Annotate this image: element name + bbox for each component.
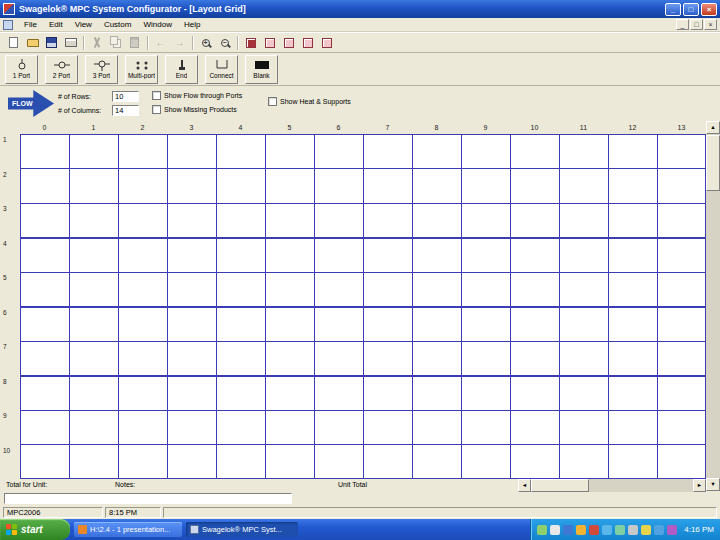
child-restore-button[interactable]: □	[690, 19, 703, 30]
tray-icon-9[interactable]	[641, 525, 651, 535]
scroll-right-icon[interactable]: ►	[693, 479, 706, 492]
component-tool-icon-1[interactable]	[241, 34, 260, 51]
notes-input[interactable]	[4, 493, 292, 504]
vertical-scroll-track[interactable]	[706, 191, 720, 478]
component-tool-icon-4[interactable]	[298, 34, 317, 51]
tray-icon-2[interactable]	[550, 525, 560, 535]
presentation-file-icon	[78, 525, 87, 534]
flow-direction-arrow: FLOW	[8, 90, 54, 117]
tray-icon-11[interactable]	[667, 525, 677, 535]
rows-label: # of Rows:	[58, 93, 91, 100]
undo-icon[interactable]: ←	[151, 34, 170, 51]
paste-icon[interactable]	[125, 34, 144, 51]
tray-icon-1[interactable]	[537, 525, 547, 535]
minimize-button[interactable]: _	[665, 3, 681, 16]
print-icon[interactable]	[61, 34, 80, 51]
tray-icon-7[interactable]	[615, 525, 625, 535]
horizontal-scroll-thumb[interactable]	[531, 479, 589, 492]
grid-row-header: 8	[0, 376, 20, 411]
grid-column-header: 0	[20, 121, 69, 134]
taskbar-task-presentation[interactable]: H:\2.4 - 1 presentation...	[74, 522, 182, 537]
grid-row-header: 6	[0, 307, 20, 342]
redo-icon[interactable]: →	[170, 34, 189, 51]
columns-input[interactable]: 14	[112, 105, 139, 116]
grid-body: 12345678910	[0, 134, 706, 479]
palette-end-button[interactable]: End	[165, 55, 198, 84]
multi-port-icon	[132, 59, 152, 71]
menu-bar: File Edit View Custom Window Help _ □ ×	[0, 18, 720, 32]
component-tool-icon-2[interactable]	[260, 34, 279, 51]
palette-blank-button[interactable]: Blank	[245, 55, 278, 84]
new-icon[interactable]	[4, 34, 23, 51]
cut-icon[interactable]	[87, 34, 106, 51]
child-minimize-button[interactable]: _	[676, 19, 689, 30]
menu-view[interactable]: View	[69, 19, 98, 30]
maximize-button[interactable]: □	[683, 3, 699, 16]
save-icon[interactable]	[42, 34, 61, 51]
grid-column-header: 4	[216, 121, 265, 134]
tray-icon-6[interactable]	[602, 525, 612, 535]
grid-column-header: 10	[510, 121, 559, 134]
horizontal-scroll-track[interactable]	[589, 479, 693, 492]
menu-custom[interactable]: Custom	[98, 19, 138, 30]
menu-edit[interactable]: Edit	[43, 19, 69, 30]
tray-icon-10[interactable]	[654, 525, 664, 535]
component-tool-icon-3[interactable]	[279, 34, 298, 51]
grid-row-header: 10	[0, 445, 20, 480]
grid-row-header: 1	[0, 134, 20, 169]
scroll-down-icon[interactable]: ▼	[706, 478, 720, 491]
rows-input[interactable]: 10	[112, 91, 139, 102]
show-missing-products-checkbox[interactable]	[152, 105, 161, 114]
grid-column-header: 3	[167, 121, 216, 134]
grid-header: 012345678910111213	[0, 121, 706, 134]
grid-column-header: 9	[461, 121, 510, 134]
scroll-left-icon[interactable]: ◄	[518, 479, 531, 492]
layout-grid-canvas[interactable]	[20, 134, 706, 479]
open-icon[interactable]	[23, 34, 42, 51]
grid-row-header: 4	[0, 238, 20, 273]
tray-icon-4[interactable]	[576, 525, 586, 535]
menu-help[interactable]: Help	[178, 19, 206, 30]
copy-icon[interactable]	[106, 34, 125, 51]
menu-window[interactable]: Window	[137, 19, 177, 30]
vertical-scroll-thumb[interactable]	[706, 135, 720, 191]
palette-2-port-button[interactable]: 2 Port	[45, 55, 78, 84]
close-button[interactable]: ×	[701, 3, 717, 16]
toolbar-separator	[192, 36, 193, 50]
grid-column-header: 8	[412, 121, 461, 134]
horizontal-scrollbar[interactable]: ◄ ►	[518, 479, 706, 492]
tray-icon-3[interactable]	[563, 525, 573, 535]
palette-connect-button[interactable]: Connect	[205, 55, 238, 84]
tray-icon-8[interactable]	[628, 525, 638, 535]
palette-1-port-button[interactable]: 1 Port	[5, 55, 38, 84]
show-flow-through-ports-checkbox[interactable]	[152, 91, 161, 100]
blank-icon	[252, 59, 272, 71]
palette-3-port-button[interactable]: 3 Port	[85, 55, 118, 84]
vertical-scrollbar[interactable]: ▲ ▼	[706, 121, 720, 491]
taskbar-clock: 4:16 PM	[684, 525, 714, 534]
settings-row: FLOW # of Rows: 10 # of Columns: 14 Show…	[0, 86, 720, 121]
configurator-app-icon	[190, 525, 199, 534]
grid-column-header: 5	[265, 121, 314, 134]
total-for-unit-label: Total for Unit:	[6, 481, 47, 488]
menu-file[interactable]: File	[18, 19, 43, 30]
end-icon	[172, 59, 192, 71]
zoom-in-icon[interactable]: +	[196, 34, 215, 51]
grid-row-header: 3	[0, 203, 20, 238]
taskbar-task-configurator[interactable]: Swagelok® MPC Syst...	[186, 522, 298, 537]
app-icon	[3, 3, 15, 15]
columns-label: # of Columns:	[58, 107, 101, 114]
palette-multi-port-button[interactable]: Multi-port	[125, 55, 158, 84]
scroll-up-icon[interactable]: ▲	[706, 121, 720, 134]
show-heat-supports-checkbox[interactable]	[268, 97, 277, 106]
2-port-icon	[52, 59, 72, 71]
tray-icon-5[interactable]	[589, 525, 599, 535]
zoom-out-icon[interactable]: −	[215, 34, 234, 51]
child-close-button[interactable]: ×	[704, 19, 717, 30]
component-tool-icon-5[interactable]	[317, 34, 336, 51]
start-button[interactable]: start	[0, 519, 70, 540]
grid-column-header: 1	[69, 121, 118, 134]
grid-row-header: 7	[0, 341, 20, 376]
grid-column-header-row: 012345678910111213	[20, 121, 706, 134]
mdi-child-icon[interactable]	[3, 20, 13, 30]
